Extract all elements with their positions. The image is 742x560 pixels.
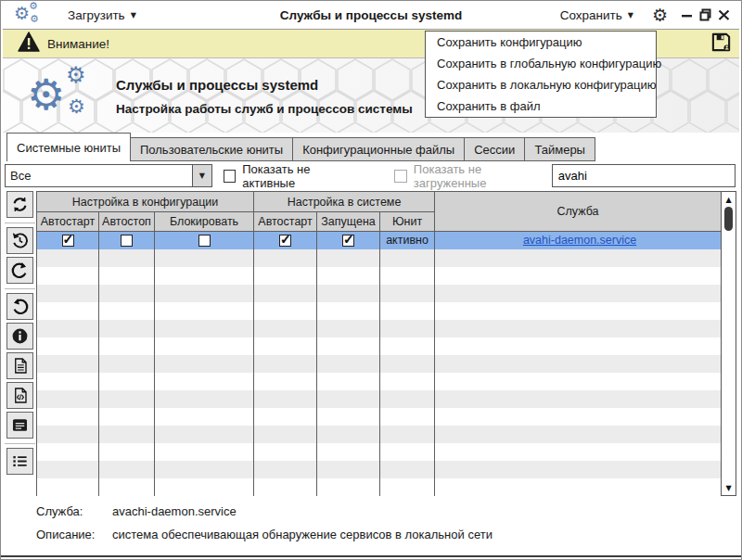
log-panel-icon [11, 416, 29, 434]
column-config-block: Блокировать [155, 212, 254, 232]
units-table: Настройка в конфигурации Настройка в сис… [36, 191, 721, 496]
units-table-body: активно avahi-daemon.service [37, 232, 722, 496]
dropdown-arrow-icon[interactable]: ▼ [192, 165, 211, 186]
tab-timers[interactable]: Таймеры [525, 137, 595, 161]
redo-button[interactable] [6, 257, 33, 284]
info-button[interactable] [6, 323, 33, 350]
column-group-system: Настройка в системе [254, 192, 435, 212]
unit-state-text: активно [386, 234, 429, 247]
close-button[interactable] [718, 8, 730, 21]
table-row-empty[interactable] [37, 373, 722, 390]
journal-button[interactable] [6, 412, 33, 439]
table-row-empty[interactable] [37, 337, 722, 355]
service-value: avachi-daemon.service [112, 504, 237, 518]
column-system-autostart: Автостарт [254, 212, 317, 232]
edit-source-button[interactable] [6, 382, 33, 409]
left-toolbar [5, 191, 35, 477]
table-row-empty[interactable] [37, 461, 722, 478]
document-icon [12, 357, 29, 375]
tab-bar: Системные юниты Пользовательские юниты К… [6, 133, 595, 161]
save-menu-label: Сохранить [560, 8, 622, 22]
menu-item-save-global-config[interactable]: Сохранить в глобальную конфигурацию [426, 53, 656, 74]
table-row-empty[interactable] [37, 426, 722, 443]
maximize-button[interactable] [699, 8, 711, 21]
system-running-checkbox[interactable] [342, 235, 354, 247]
settings-gear-icon[interactable]: ⚙ [652, 6, 668, 24]
search-input[interactable] [552, 164, 736, 187]
refresh-button[interactable] [6, 191, 33, 218]
show-unloaded-checkbox[interactable] [394, 170, 407, 183]
show-inactive-label: Показать не активные [242, 162, 361, 190]
scroll-up-icon[interactable]: ▲ [722, 193, 736, 206]
table-row-empty[interactable] [37, 408, 722, 426]
toolbar-separator [5, 288, 35, 289]
undo-arrow-icon [11, 298, 29, 315]
menu-item-save-to-file[interactable]: Сохранить в файл [426, 95, 656, 117]
dependencies-button[interactable] [6, 448, 33, 475]
scrollbar-thumb[interactable] [724, 207, 733, 231]
tab-sessions[interactable]: Сессии [465, 137, 525, 161]
service-link[interactable]: avahi-daemon.service [523, 234, 636, 247]
toolbar-separator [5, 223, 35, 223]
scroll-down-icon[interactable]: ▼ [722, 481, 736, 494]
config-autostop-checkbox[interactable] [121, 235, 133, 247]
banner-subtitle: Настройка работы служб и процессов систе… [116, 102, 413, 116]
tab-config-files[interactable]: Конфигурационные файлы [293, 137, 465, 161]
unit-filter-dropdown[interactable]: Все ▼ [5, 164, 212, 187]
show-unloaded-checkbox-group: Показать не загруженные [394, 162, 551, 190]
load-menu-label: Загрузить [68, 8, 125, 22]
table-row-empty[interactable] [37, 267, 722, 285]
banner-gears-icon: ⚙ ⚙ ⚙ [27, 66, 107, 127]
vertical-scrollbar[interactable]: ▲ ▼ [721, 191, 736, 496]
history-clock-icon [11, 232, 29, 249]
unit-file-button[interactable] [6, 352, 33, 379]
show-inactive-checkbox[interactable] [224, 170, 236, 183]
undo-button[interactable] [6, 293, 33, 320]
table-row-empty[interactable] [37, 443, 722, 461]
table-row-empty[interactable] [37, 355, 722, 373]
column-config-autostart: Автостарт [37, 212, 99, 232]
menu-item-save-local-config[interactable]: Сохранить в локальную конфигурацию [426, 74, 656, 95]
config-autostart-checkbox[interactable] [62, 235, 74, 247]
config-block-checkbox[interactable] [198, 235, 211, 247]
titlebar: ⚙ ⚙ ⚙ Загрузить ▼ Службы и процессы syst… [3, 1, 739, 30]
tab-system-units[interactable]: Системные юниты [6, 133, 131, 161]
table-row-empty[interactable] [37, 390, 722, 408]
table-row-empty[interactable] [37, 302, 722, 320]
table-row-empty[interactable] [37, 478, 722, 496]
description-label: Описание: [36, 528, 112, 541]
column-service: Служба [435, 192, 722, 232]
table-row-avahi[interactable]: активно avahi-daemon.service [37, 232, 722, 249]
refresh-icon [11, 196, 29, 213]
save-dropdown-menu: Сохранить конфигурацию Сохранить в глоба… [425, 31, 657, 118]
minimize-button[interactable] [681, 8, 693, 21]
app-window: ⚙ ⚙ ⚙ Загрузить ▼ Службы и процессы syst… [0, 0, 742, 560]
menu-item-save-config[interactable]: Сохранить конфигурацию [426, 32, 656, 53]
redo-arrow-icon [11, 261, 29, 279]
warning-triangle-icon [18, 32, 40, 56]
description-value: система обеспечивающая обнаружение серви… [112, 528, 493, 541]
app-gears-icon: ⚙ ⚙ ⚙ [14, 2, 45, 28]
load-menu-button[interactable]: Загрузить ▼ [62, 5, 142, 26]
info-icon [11, 327, 29, 345]
chevron-down-icon: ▼ [628, 11, 633, 19]
save-disk-icon[interactable] [710, 32, 732, 57]
service-label: Служба: [36, 504, 112, 518]
column-unit-state: Юнит [380, 212, 435, 232]
toolbar-separator [5, 443, 35, 444]
details-panel: Служба: avachi-daemon.service Описание: … [36, 504, 493, 551]
warning-text: Внимание! [47, 37, 109, 51]
code-file-icon [12, 387, 29, 404]
tab-user-units[interactable]: Пользовательские юниты [131, 137, 293, 161]
banner-title: Службы и процессы systemd [116, 77, 318, 93]
column-group-config: Настройка в конфигурации [37, 192, 254, 212]
table-row-empty[interactable] [37, 320, 722, 337]
table-row-empty[interactable] [37, 249, 722, 267]
filter-row: Все ▼ Показать не активные Показать не з… [3, 161, 739, 190]
save-menu-button[interactable]: Сохранить ▼ [555, 5, 639, 26]
table-row-empty[interactable] [37, 285, 722, 302]
system-autostart-checkbox[interactable] [279, 235, 291, 247]
chevron-down-icon: ▼ [131, 11, 136, 19]
history-restore-button[interactable] [6, 227, 33, 254]
unit-filter-value: Все [6, 169, 192, 183]
